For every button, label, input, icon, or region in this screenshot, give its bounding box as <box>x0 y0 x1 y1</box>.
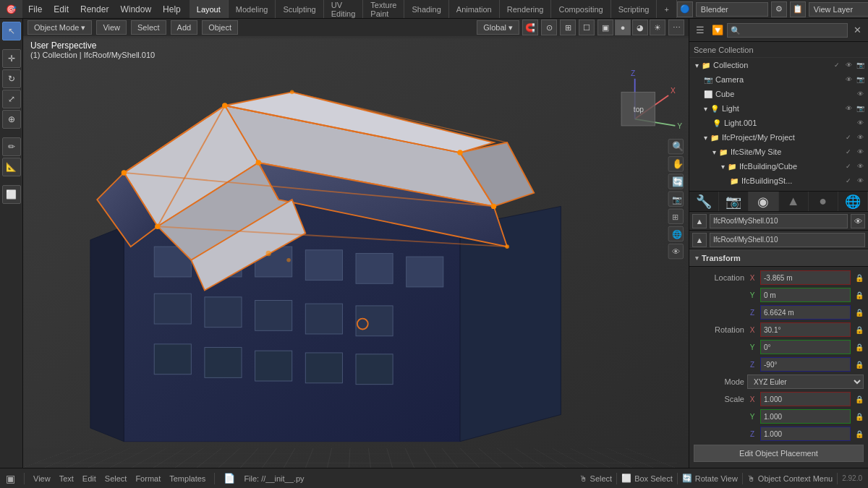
solid-btn[interactable]: ● <box>615 20 631 35</box>
outliner-item-ifcsite[interactable]: ▾ 📁 IfcSite/My Site ✓ 👁 <box>689 145 868 159</box>
props-tab-world[interactable]: 🌐 <box>838 192 868 211</box>
outliner-item-ifcbuildingst[interactable]: 📁 IfcBuildingSt... ✓ 👁 <box>689 174 868 188</box>
tool-rotate[interactable]: ↻ <box>2 69 21 88</box>
wireframe-btn[interactable]: ▣ <box>597 20 613 35</box>
status-text-btn[interactable]: Text <box>59 474 74 483</box>
hide-icon-6[interactable]: ✓ <box>843 148 854 155</box>
hide-icon-2[interactable]: 👁 <box>855 90 865 98</box>
hide-icon-3[interactable]: 👁 <box>843 105 854 112</box>
loc-y-lock[interactable]: 🔒 <box>855 291 864 299</box>
outliner-filter-icon[interactable]: 🔽 <box>710 22 726 38</box>
view-menu-btn[interactable]: View <box>96 20 127 35</box>
view-layer-input[interactable] <box>809 2 868 17</box>
props-tab-scene[interactable]: 🔧 <box>689 192 719 211</box>
tool-annotate[interactable]: ✏ <box>2 137 21 156</box>
edit-placement-btn[interactable]: Edit Object Placement <box>694 445 864 462</box>
view-layer-icon[interactable]: 📋 <box>790 1 806 17</box>
scale-z-lock[interactable]: 🔒 <box>855 430 864 438</box>
outliner-search-input[interactable] <box>727 23 848 38</box>
object-menu-btn[interactable]: Object <box>202 20 238 35</box>
rot-z-lock[interactable]: 🔒 <box>855 361 864 369</box>
overlay-icon[interactable]: ⊞ <box>560 20 576 35</box>
outliner-item-ifcproject[interactable]: ▾ 📁 IfcProject/My Project ✓ 👁 <box>689 130 868 145</box>
object-mode-btn[interactable]: Object Mode ▾ <box>27 20 92 35</box>
status-edit-btn[interactable]: Edit <box>82 474 96 483</box>
menu-render[interactable]: Render <box>75 0 114 18</box>
tab-texture-paint[interactable]: Texture Paint <box>363 0 404 18</box>
hide-icon-0[interactable]: 👁 <box>843 61 854 69</box>
hide-icon-8[interactable]: ✓ <box>843 177 854 184</box>
vis-icon-0[interactable]: ✓ <box>832 61 842 69</box>
tab-shading[interactable]: Shading <box>404 0 448 18</box>
loc-z-field[interactable]: 6.6624 m <box>760 305 851 320</box>
outliner-item-collection[interactable]: ▾ 📁 Collection ✓ 👁 📷 <box>689 58 868 72</box>
menu-file[interactable]: File <box>22 0 48 18</box>
tab-add[interactable]: + <box>657 0 676 18</box>
viewport-3d[interactable]: X Y Z top 🔍 ✋ 🔄 📷 ⊞ <box>23 19 689 468</box>
transform-section-header[interactable]: ▾ Transform <box>689 249 868 267</box>
render-icon-7[interactable]: 👁 <box>855 163 865 170</box>
loc-z-lock[interactable]: 🔒 <box>855 309 864 317</box>
scene-settings-icon[interactable]: ⚙ <box>771 1 787 17</box>
outliner-item-light001[interactable]: 💡 Light.001 👁 <box>689 116 868 130</box>
scale-x-lock[interactable]: 🔒 <box>855 395 864 403</box>
scale-z-field[interactable]: 1.000 <box>760 427 851 441</box>
transform-global-btn[interactable]: Global ▾ <box>477 20 519 35</box>
status-templates-btn[interactable]: Templates <box>169 474 205 483</box>
status-view-btn[interactable]: View <box>33 474 51 483</box>
tool-scale[interactable]: ⤢ <box>2 90 21 108</box>
tab-animation[interactable]: Animation <box>449 0 500 18</box>
rot-y-field[interactable]: 0° <box>760 340 851 354</box>
tab-sculpting[interactable]: Sculpting <box>276 0 323 18</box>
hide-icon-5[interactable]: ✓ <box>843 134 854 141</box>
status-format-btn[interactable]: Format <box>135 474 161 483</box>
props-tab-data[interactable]: ▲ <box>779 192 809 211</box>
tool-measure[interactable]: 📐 <box>2 158 21 176</box>
outliner-item-camera[interactable]: 📷 Camera 👁 📷 <box>689 72 868 87</box>
menu-window[interactable]: Window <box>114 0 157 18</box>
render-icon-0[interactable]: 📷 <box>855 61 865 69</box>
render-icon-8[interactable]: 👁 <box>855 177 865 184</box>
add-menu-btn[interactable]: Add <box>171 20 198 35</box>
mode-select[interactable]: XYZ Euler <box>747 374 864 389</box>
outliner-close-icon[interactable]: ✕ <box>849 22 865 38</box>
menu-edit[interactable]: Edit <box>48 0 75 18</box>
outliner-item-cube[interactable]: ⬜ Cube 👁 <box>689 87 868 101</box>
outliner-item-light[interactable]: ▾ 💡 Light 👁 📷 <box>689 101 868 116</box>
loc-x-lock[interactable]: 🔒 <box>855 274 864 282</box>
tab-layout[interactable]: Layout <box>190 0 229 18</box>
loc-y-field[interactable]: 0 m <box>760 288 851 302</box>
loc-x-field[interactable]: -3.865 m <box>760 270 851 285</box>
proportional-edit-icon[interactable]: ⊙ <box>541 20 557 35</box>
tool-add-cube[interactable]: ⬜ <box>2 185 21 204</box>
snap-magnet-icon[interactable]: 🧲 <box>522 20 538 35</box>
rendered-btn[interactable]: ☀ <box>650 20 665 35</box>
obj-name-field[interactable]: IfcRoof/MyShell.010 <box>710 233 865 247</box>
scene-name-input[interactable] <box>696 2 768 17</box>
xray-icon[interactable]: ☐ <box>579 20 595 35</box>
tool-cursor[interactable]: ↖ <box>2 22 21 40</box>
tool-move[interactable]: ✛ <box>2 49 21 68</box>
obj-type-icon[interactable]: ▲ <box>692 214 707 228</box>
render-icon-6[interactable]: 👁 <box>855 148 865 155</box>
obj-mesh-icon[interactable]: ▲ <box>692 233 707 247</box>
rot-z-field[interactable]: -90° <box>760 357 851 372</box>
hide-icon-4[interactable]: 👁 <box>855 119 865 127</box>
scale-y-field[interactable]: 1.000 <box>760 409 851 424</box>
blender-logo[interactable]: 🎯 <box>0 0 22 18</box>
render-icon-1[interactable]: 📷 <box>855 76 865 83</box>
obj-selector-name[interactable]: IfcRoof/MyShell.010 <box>710 214 848 228</box>
tab-scripting[interactable]: Scripting <box>611 0 658 18</box>
tab-uv-editing[interactable]: UV Editing <box>324 0 364 18</box>
engine-icon[interactable]: 🔵 <box>677 1 693 17</box>
outliner-menu-icon[interactable]: ☰ <box>692 22 708 38</box>
viewport-options-icon[interactable]: ⋯ <box>668 20 684 35</box>
hide-icon-1[interactable]: 👁 <box>843 76 854 83</box>
status-select-btn[interactable]: Select <box>105 474 127 483</box>
render-icon-5[interactable]: 👁 <box>855 134 865 141</box>
material-btn[interactable]: ◕ <box>632 20 648 35</box>
tab-rendering[interactable]: Rendering <box>500 0 552 18</box>
tool-transform[interactable]: ⊕ <box>2 110 21 129</box>
tab-modeling[interactable]: Modeling <box>229 0 276 18</box>
rot-y-lock[interactable]: 🔒 <box>855 343 864 351</box>
